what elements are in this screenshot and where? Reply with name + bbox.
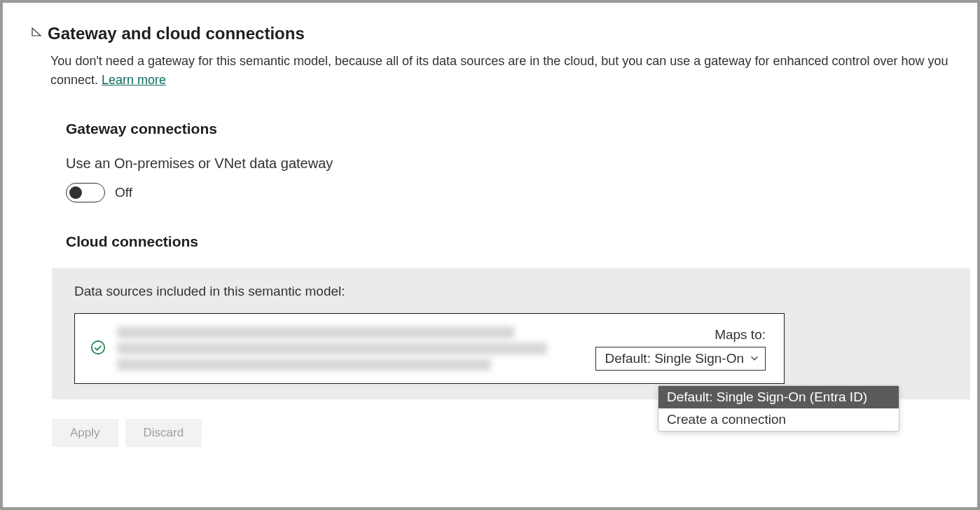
dropdown-selected-text: Default: Single Sign-On xyxy=(605,351,744,366)
page-title: Gateway and cloud connections xyxy=(48,24,305,43)
learn-more-link[interactable]: Learn more xyxy=(102,73,166,87)
svg-point-0 xyxy=(92,340,104,353)
cloud-connections-heading: Cloud connections xyxy=(66,233,970,250)
chevron-down-icon xyxy=(750,351,759,366)
gateway-toggle-label: Use an On-premises or VNet data gateway xyxy=(66,156,970,172)
check-circle-icon xyxy=(90,340,106,358)
maps-to-dropdown[interactable]: Default: Single Sign-On xyxy=(595,347,766,371)
data-source-card: Maps to: Default: Single Sign-On xyxy=(74,313,785,384)
collapse-icon[interactable] xyxy=(31,27,42,41)
discard-button[interactable]: Discard xyxy=(125,419,202,447)
maps-to-label: Maps to: xyxy=(715,327,766,343)
gateway-toggle[interactable] xyxy=(66,183,105,202)
maps-to-dropdown-menu: Default: Single Sign-On (Entra ID) Creat… xyxy=(658,385,899,432)
dropdown-option-sso[interactable]: Default: Single Sign-On (Entra ID) xyxy=(658,386,899,408)
gateway-connections-heading: Gateway connections xyxy=(66,120,970,137)
description-text: You don't need a gateway for this semant… xyxy=(50,54,948,87)
data-source-name xyxy=(117,326,584,371)
apply-button[interactable]: Apply xyxy=(52,419,118,447)
gateway-toggle-state: Off xyxy=(115,185,132,200)
dropdown-option-create[interactable]: Create a connection xyxy=(658,408,899,431)
page-description: You don't need a gateway for this semant… xyxy=(50,52,963,90)
cloud-connections-panel: Data sources included in this semantic m… xyxy=(52,268,970,399)
panel-description: Data sources included in this semantic m… xyxy=(74,284,960,299)
